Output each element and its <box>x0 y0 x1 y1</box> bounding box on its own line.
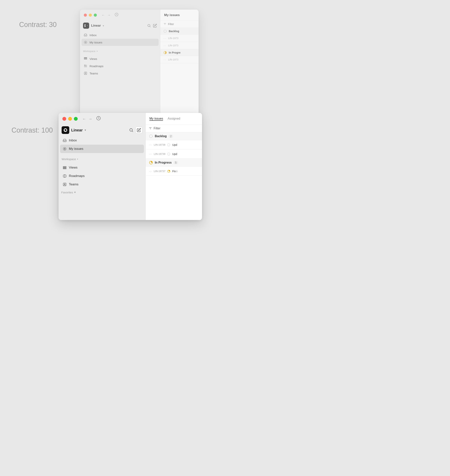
compose-button-bottom[interactable] <box>136 127 142 134</box>
backlog-section-icon-bottom <box>149 134 153 138</box>
section-in-progress-top: In Progre <box>160 49 199 56</box>
minimize-button-top[interactable] <box>89 14 92 17</box>
in-progress-section-label-bottom: In Progress <box>155 161 172 164</box>
forward-button-top[interactable]: → <box>107 13 111 17</box>
sidebar-item-views-label-bottom: Views <box>69 166 77 170</box>
section-backlog-bottom[interactable]: Backlog 2 <box>146 132 202 140</box>
issue-row-bottom-0[interactable]: ··· LIN-19738 Upd <box>146 140 202 149</box>
brand-icons-top <box>147 24 157 28</box>
contrast-bottom-label: Contrast: 100 <box>12 126 53 134</box>
sidebar-item-my-issues-bottom[interactable]: My issues <box>60 145 144 153</box>
search-button-top[interactable] <box>147 24 151 28</box>
svg-rect-24 <box>63 167 66 168</box>
svg-rect-25 <box>63 168 66 169</box>
favorites-label-bottom: Favorites <box>61 191 73 194</box>
workspace-text-top: Workspace <box>83 48 95 54</box>
close-button-bottom[interactable] <box>62 117 66 121</box>
sidebar-item-views-bottom[interactable]: Views <box>60 163 144 172</box>
filter-label-bottom: Filter <box>154 127 160 130</box>
in-progress-section-icon-top <box>163 51 167 54</box>
svg-point-4 <box>84 41 87 44</box>
issue-row-top-2[interactable]: ··· LIN-1973 <box>160 56 199 63</box>
history-icon-bottom[interactable] <box>96 116 101 122</box>
tab-assigned-bottom[interactable]: Assigned <box>168 117 180 121</box>
issue-title-bottom-2: Fix i <box>172 170 177 173</box>
brand-name-bottom: Linear <box>71 128 83 132</box>
inbox-icon-bottom <box>63 139 67 142</box>
issue-id-top-1: LIN-1973 <box>168 44 178 47</box>
sidebar-item-inbox-top[interactable]: Inbox <box>82 31 159 39</box>
svg-rect-7 <box>84 59 87 59</box>
sidebar-item-teams-bottom[interactable]: Teams <box>60 180 144 189</box>
sidebar-item-inbox-bottom[interactable]: Inbox <box>60 136 144 145</box>
views-icon-top <box>84 57 87 60</box>
minimize-button-bottom[interactable] <box>68 117 72 121</box>
section-backlog-top: Backlog <box>160 28 199 35</box>
sidebar-item-teams-label-top: Teams <box>89 72 98 75</box>
maximize-button-top[interactable] <box>94 14 97 17</box>
close-button-top[interactable] <box>84 14 87 17</box>
workspace-chevron-bottom: ▾ <box>77 156 78 163</box>
issue-status-icon-backlog-0 <box>167 143 170 146</box>
forward-button-bottom[interactable]: → <box>88 117 92 121</box>
brand-chevron-top: ▾ <box>103 24 104 27</box>
issue-dots-bottom-1: ··· <box>149 153 152 156</box>
brand-row-top: Linear ▾ <box>80 21 160 31</box>
sidebar-item-roadmaps-bottom[interactable]: Roadmaps <box>60 172 144 180</box>
back-button-bottom[interactable]: ← <box>82 117 86 121</box>
filter-label-top: Filter <box>168 23 174 26</box>
sidebar-item-views-top[interactable]: Views <box>82 55 159 62</box>
issue-dots-bottom-2: ··· <box>149 170 152 173</box>
sidebar-item-teams-top[interactable]: Teams <box>82 70 159 77</box>
traffic-lights-bottom <box>62 117 78 121</box>
sidebar-item-roadmaps-label-top: Roadmaps <box>89 65 104 68</box>
in-progress-section-label-top: In Progre <box>169 51 180 54</box>
issue-row-bottom-2[interactable]: ··· LIN-19737 Fix i <box>146 167 202 176</box>
workspace-label-bottom: Workspace ▾ <box>60 156 144 163</box>
favorites-chevron-bottom: ▾ <box>74 191 76 194</box>
main-title-bottom[interactable]: My issues <box>149 117 163 121</box>
svg-rect-6 <box>84 58 87 58</box>
sidebar-top: ← → Linear ▾ <box>80 10 160 117</box>
sidebar-item-views-label-top: Views <box>89 57 97 60</box>
roadmaps-icon-bottom <box>63 174 67 178</box>
sidebar-item-roadmaps-top[interactable]: Roadmaps <box>82 62 159 70</box>
backlog-count-bottom: 2 <box>169 135 173 138</box>
issue-dots-top-0: ··· <box>163 37 166 40</box>
backlog-section-label-bottom: Backlog <box>155 135 167 138</box>
svg-point-1 <box>85 25 87 26</box>
maximize-button-bottom[interactable] <box>74 117 78 121</box>
window-bottom: ← → Linear ▾ <box>59 113 202 220</box>
issue-dots-top-1: ··· <box>163 44 166 47</box>
svg-rect-10 <box>84 72 87 75</box>
main-header-top: My issues <box>160 10 199 21</box>
brand-name-top: Linear <box>91 24 101 28</box>
issue-row-top-0[interactable]: ··· LIN-1973 <box>160 35 199 42</box>
main-panel-bottom: My issues Assigned Filter Backlog 2 ··· … <box>146 113 202 220</box>
backlog-section-icon-top <box>163 29 167 33</box>
svg-point-2 <box>148 24 150 27</box>
section-in-progress-bottom[interactable]: In Progress 5 <box>146 159 202 167</box>
sidebar-item-teams-label-bottom: Teams <box>69 182 78 186</box>
back-button-top[interactable]: ← <box>101 13 105 17</box>
issue-id-bottom-1: LIN-19739 <box>154 153 166 155</box>
window-top: ← → Linear ▾ <box>80 10 199 117</box>
compose-button-top[interactable] <box>153 24 157 28</box>
sidebar-item-my-issues-top[interactable]: My issues <box>82 39 159 46</box>
issue-row-bottom-1[interactable]: ··· LIN-19739 Upd <box>146 149 202 159</box>
sidebar-item-roadmaps-label-bottom: Roadmaps <box>69 174 85 178</box>
my-issues-icon-bottom <box>63 147 67 151</box>
nav-arrows-bottom: ← → <box>82 117 92 121</box>
svg-point-34 <box>168 153 170 155</box>
sidebar-item-my-issues-label-top: My issues <box>89 41 102 44</box>
search-button-bottom[interactable] <box>129 128 134 132</box>
history-icon-top[interactable] <box>114 12 119 18</box>
issue-row-top-1[interactable]: ··· LIN-1973 <box>160 42 199 49</box>
svg-rect-9 <box>85 65 85 66</box>
svg-point-22 <box>64 148 65 149</box>
sidebar-nav-bottom: Inbox My issues <box>59 136 145 153</box>
inbox-icon-top <box>84 33 87 37</box>
brand-left-bottom: Linear ▾ <box>62 126 86 134</box>
issue-dots-top-2: ··· <box>163 58 166 61</box>
main-panel-top: My issues Filter Backlog ··· LIN-1973 ··… <box>160 10 199 117</box>
